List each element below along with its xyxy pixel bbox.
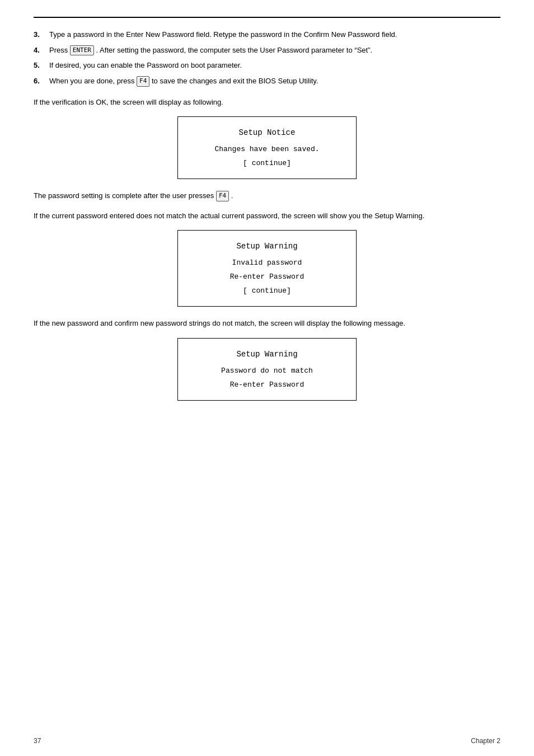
intro-after-ok: The password setting is complete after t… — [34, 190, 500, 201]
step-6: 6. When you are done, press F4 to save t… — [34, 76, 500, 87]
step-4-after: . After setting the password, the comput… — [96, 46, 373, 54]
dialog-setup-warning1: Setup Warning Invalid password Re-enter … — [177, 230, 357, 307]
dialog-warning2-line-2: Re-enter Password — [195, 381, 339, 389]
step-3-text: Type a password in the Enter New Passwor… — [49, 29, 500, 40]
step-5-text: If desired, you can enable the Password … — [49, 60, 500, 71]
intro-after-ok-text: The password setting is complete after t… — [34, 191, 214, 200]
dialog-warning1-line-2: Re-enter Password — [195, 273, 339, 281]
top-rule — [34, 17, 500, 18]
step-4: 4. Press ENTER . After setting the passw… — [34, 45, 500, 56]
dialog-notice-line-1: Changes have been saved. — [195, 145, 339, 153]
step-4-key: ENTER — [70, 45, 94, 56]
step-4-text: Press ENTER . After setting the password… — [49, 45, 500, 56]
step-6-before: When you are done, press — [49, 77, 134, 85]
dialog-notice-line-2: [ continue] — [195, 159, 339, 167]
step-6-key: F4 — [137, 76, 149, 87]
step-3-number: 3. — [34, 29, 49, 40]
step-5-number: 5. — [34, 60, 49, 71]
dialog-warning1-title: Setup Warning — [195, 242, 339, 251]
steps-list: 3. Type a password in the Enter New Pass… — [34, 29, 500, 87]
step-3: 3. Type a password in the Enter New Pass… — [34, 29, 500, 40]
page-container: 3. Type a password in the Enter New Pass… — [0, 0, 534, 756]
dialog-notice-title: Setup Notice — [195, 128, 339, 137]
intro-after-ok-key: F4 — [216, 191, 229, 201]
step-4-number: 4. — [34, 45, 49, 56]
step-6-after: to save the changes and exit the BIOS Se… — [152, 77, 318, 85]
step-4-before: Press — [49, 46, 68, 54]
dialog-setup-warning2: Setup Warning Password do not match Re-e… — [177, 338, 357, 401]
footer-chapter: Chapter 2 — [471, 737, 500, 745]
intro-ok-text: If the verification is OK, the screen wi… — [34, 97, 500, 108]
dialog-warning2-title: Setup Warning — [195, 350, 339, 359]
footer: 37 Chapter 2 — [34, 737, 500, 745]
intro-mismatch-text: If the new password and confirm new pass… — [34, 318, 500, 329]
intro-warning-text: If the current password entered does not… — [34, 210, 500, 222]
step-6-text: When you are done, press F4 to save the … — [49, 76, 500, 87]
step-6-number: 6. — [34, 76, 49, 87]
dialog-warning2-line-1: Password do not match — [195, 367, 339, 375]
dialog-warning1-line-1: Invalid password — [195, 259, 339, 267]
intro-after-ok-end: . — [231, 191, 233, 200]
footer-page-number: 37 — [34, 737, 41, 745]
step-5: 5. If desired, you can enable the Passwo… — [34, 60, 500, 71]
dialog-warning1-line-3: [ continue] — [195, 287, 339, 295]
dialog-setup-notice: Setup Notice Changes have been saved. [ … — [177, 116, 357, 179]
